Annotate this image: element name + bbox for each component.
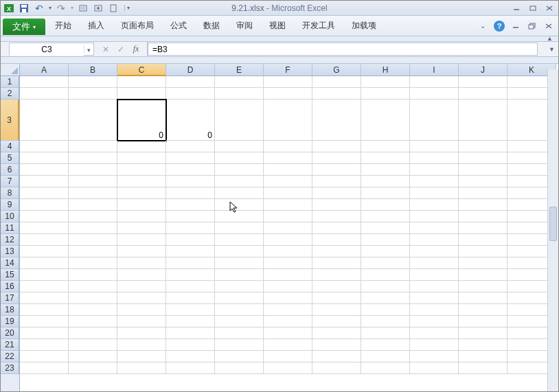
cell-B13[interactable] bbox=[69, 246, 117, 257]
formula-bar-scroll-up-icon[interactable]: ▲ bbox=[547, 35, 556, 42]
cell-E20[interactable] bbox=[215, 327, 264, 339]
cell-J2[interactable] bbox=[459, 88, 507, 100]
cell-B22[interactable] bbox=[69, 351, 117, 362]
cell-C19[interactable] bbox=[117, 316, 166, 327]
cell-D6[interactable] bbox=[166, 164, 215, 176]
cell-H15[interactable] bbox=[361, 269, 410, 281]
cell-I6[interactable] bbox=[410, 164, 459, 176]
cell-A20[interactable] bbox=[20, 327, 69, 339]
cell-H14[interactable] bbox=[361, 257, 410, 269]
cell-I21[interactable] bbox=[410, 339, 459, 351]
cell-D8[interactable] bbox=[166, 187, 215, 199]
cell-B2[interactable] bbox=[69, 88, 117, 100]
cell-E8[interactable] bbox=[215, 187, 264, 199]
cell-B9[interactable] bbox=[69, 199, 117, 211]
cell-I11[interactable] bbox=[410, 222, 459, 234]
cell-A6[interactable] bbox=[20, 164, 69, 176]
column-header-F[interactable]: F bbox=[264, 64, 312, 76]
cell-G17[interactable] bbox=[312, 292, 361, 304]
cell-A18[interactable] bbox=[20, 304, 69, 316]
cell-D23[interactable] bbox=[166, 362, 215, 374]
cell-F19[interactable] bbox=[264, 316, 312, 327]
row-header-20[interactable]: 20 bbox=[1, 327, 19, 339]
cell-I4[interactable] bbox=[410, 141, 459, 152]
cell-B21[interactable] bbox=[69, 339, 117, 351]
cell-F1[interactable] bbox=[264, 76, 312, 88]
cell-J9[interactable] bbox=[459, 199, 507, 211]
cell-J19[interactable] bbox=[459, 316, 507, 327]
cell-F11[interactable] bbox=[264, 222, 312, 234]
cell-B23[interactable] bbox=[69, 362, 117, 374]
cell-A22[interactable] bbox=[20, 351, 69, 362]
cell-E19[interactable] bbox=[215, 316, 264, 327]
cell-C13[interactable] bbox=[117, 246, 166, 257]
redo-dropdown-icon[interactable]: ▾ bbox=[71, 5, 73, 11]
row-header-6[interactable]: 6 bbox=[1, 164, 19, 176]
cell-H7[interactable] bbox=[361, 176, 410, 187]
cell-H18[interactable] bbox=[361, 304, 410, 316]
cell-D15[interactable] bbox=[166, 269, 215, 281]
cell-J22[interactable] bbox=[459, 351, 507, 362]
cell-D2[interactable] bbox=[166, 88, 215, 100]
row-header-8[interactable]: 8 bbox=[1, 187, 19, 199]
column-header-B[interactable]: B bbox=[69, 64, 117, 76]
cell-D11[interactable] bbox=[166, 222, 215, 234]
cell-A15[interactable] bbox=[20, 269, 69, 281]
cell-A1[interactable] bbox=[20, 76, 69, 88]
cell-B6[interactable] bbox=[69, 164, 117, 176]
cell-E17[interactable] bbox=[215, 292, 264, 304]
cell-B16[interactable] bbox=[69, 281, 117, 292]
cell-C6[interactable] bbox=[117, 164, 166, 176]
column-header-I[interactable]: I bbox=[410, 64, 459, 76]
cell-H23[interactable] bbox=[361, 362, 410, 374]
help-icon[interactable]: ? bbox=[494, 21, 505, 32]
cell-G23[interactable] bbox=[312, 362, 361, 374]
cell-I1[interactable] bbox=[410, 76, 459, 88]
cell-E4[interactable] bbox=[215, 141, 264, 152]
undo-icon[interactable]: ↶ bbox=[34, 3, 45, 14]
cell-C5[interactable] bbox=[117, 152, 166, 164]
column-header-J[interactable]: J bbox=[459, 64, 507, 76]
workbook-restore-icon[interactable] bbox=[527, 21, 538, 32]
cell-E23[interactable] bbox=[215, 362, 264, 374]
ribbon-tab-3[interactable]: 公式 bbox=[162, 16, 195, 36]
cell-A23[interactable] bbox=[20, 362, 69, 374]
column-header-H[interactable]: H bbox=[361, 64, 410, 76]
cell-F3[interactable] bbox=[264, 100, 312, 141]
cell-F4[interactable] bbox=[264, 141, 312, 152]
cell-C21[interactable] bbox=[117, 339, 166, 351]
cell-J4[interactable] bbox=[459, 141, 507, 152]
cell-G7[interactable] bbox=[312, 176, 361, 187]
cell-A4[interactable] bbox=[20, 141, 69, 152]
cell-G10[interactable] bbox=[312, 211, 361, 222]
cell-F5[interactable] bbox=[264, 152, 312, 164]
cell-B3[interactable] bbox=[69, 100, 117, 141]
cell-I18[interactable] bbox=[410, 304, 459, 316]
cell-F7[interactable] bbox=[264, 176, 312, 187]
cell-D3[interactable]: 0 bbox=[166, 100, 215, 141]
row-header-19[interactable]: 19 bbox=[1, 316, 19, 327]
name-box-dropdown-icon[interactable]: ▾ bbox=[84, 45, 93, 54]
cell-I15[interactable] bbox=[410, 269, 459, 281]
cell-J10[interactable] bbox=[459, 211, 507, 222]
cell-E3[interactable] bbox=[215, 100, 264, 141]
column-header-A[interactable]: A bbox=[20, 64, 69, 76]
cancel-formula-icon[interactable]: ✕ bbox=[100, 45, 111, 54]
cell-E5[interactable] bbox=[215, 152, 264, 164]
cell-F13[interactable] bbox=[264, 246, 312, 257]
cell-I19[interactable] bbox=[410, 316, 459, 327]
cell-H9[interactable] bbox=[361, 199, 410, 211]
cell-B17[interactable] bbox=[69, 292, 117, 304]
cell-D18[interactable] bbox=[166, 304, 215, 316]
cell-C1[interactable] bbox=[117, 76, 166, 88]
cell-I5[interactable] bbox=[410, 152, 459, 164]
workbook-minimize-icon[interactable] bbox=[510, 21, 521, 32]
cell-A7[interactable] bbox=[20, 176, 69, 187]
cell-G20[interactable] bbox=[312, 327, 361, 339]
cell-E15[interactable] bbox=[215, 269, 264, 281]
cell-J14[interactable] bbox=[459, 257, 507, 269]
cell-A17[interactable] bbox=[20, 292, 69, 304]
cell-J8[interactable] bbox=[459, 187, 507, 199]
cell-H11[interactable] bbox=[361, 222, 410, 234]
cell-H6[interactable] bbox=[361, 164, 410, 176]
